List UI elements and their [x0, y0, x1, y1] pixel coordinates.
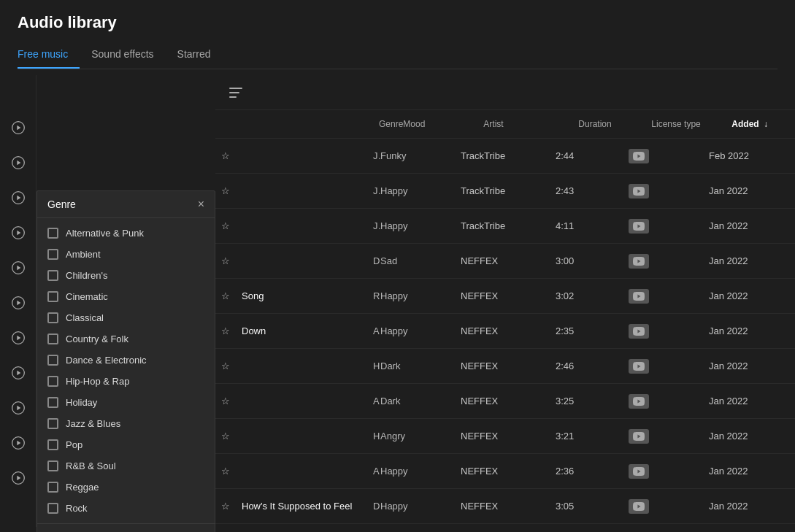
play-btn-2[interactable] — [0, 145, 37, 180]
genre-item-classical[interactable]: Classical — [37, 307, 215, 328]
genre-checkbox-classical[interactable] — [47, 312, 58, 323]
star-button[interactable]: ☆ — [221, 431, 242, 442]
genre-label-alt-punk: Alternative & Punk — [66, 228, 144, 239]
star-button[interactable]: ☆ — [221, 290, 242, 301]
genre-label-jazz-blues: Jazz & Blues — [66, 418, 120, 429]
genre-item-rnb-soul[interactable]: R&B & Soul — [37, 455, 215, 477]
genre-checkbox-ambient[interactable] — [47, 249, 58, 260]
genre-item-pop[interactable]: Pop — [37, 434, 215, 455]
song-genre: Alternative & Pu... — [373, 466, 380, 477]
table-row[interactable]: ☆ Jazz & Blues Funky TrackTribe 2:44 Feb… — [215, 139, 795, 174]
song-artist: TrackTribe — [461, 220, 556, 231]
star-button[interactable]: ☆ — [221, 501, 242, 512]
tab-sound-effects[interactable]: Sound effects — [91, 42, 165, 69]
star-button[interactable]: ☆ — [221, 466, 242, 477]
play-btn-6[interactable] — [0, 285, 37, 320]
table-row[interactable]: ☆ Hip-Hop & Rap Dark NEFFEX 2:46 Jan 202… — [215, 349, 795, 384]
genre-label-rnb-soul: R&B & Soul — [66, 460, 116, 471]
song-artist: NEFFEX — [461, 501, 556, 512]
star-button[interactable]: ☆ — [221, 325, 242, 336]
song-date: Jan 2022 — [709, 220, 789, 231]
genre-item-dance-electronic[interactable]: Dance & Electronic — [37, 350, 215, 371]
genre-checkbox-rnb-soul[interactable] — [47, 460, 58, 471]
th-artist[interactable]: Artist — [483, 119, 578, 129]
star-button[interactable]: ☆ — [221, 361, 242, 371]
genre-checkbox-holiday[interactable] — [47, 397, 58, 408]
play-btn-9[interactable] — [0, 390, 37, 425]
svg-marker-5 — [17, 196, 20, 201]
license-badge — [629, 324, 709, 339]
song-mood: Happy — [380, 466, 461, 477]
svg-marker-13 — [17, 336, 20, 341]
genre-item-holiday[interactable]: Holiday — [37, 392, 215, 413]
genre-item-hip-hop-rap[interactable]: Hip-Hop & Rap — [37, 371, 215, 392]
table-row[interactable]: ☆ Jazz & Blues Happy TrackTribe 4:11 Jan… — [215, 209, 795, 244]
play-btn-1[interactable] — [0, 110, 37, 145]
table-row[interactable]: ☆ Song Rock Happy NEFFEX 3:02 Jan 2022 — [215, 279, 795, 314]
play-btn-3[interactable] — [0, 180, 37, 215]
table-row[interactable]: ☆ How's It Supposed to Feel Dance & Elec… — [215, 489, 795, 524]
th-duration[interactable]: Duration — [578, 119, 651, 129]
genre-checkbox-country-folk[interactable] — [47, 334, 58, 344]
genre-item-ambient[interactable]: Ambient — [37, 244, 215, 265]
star-button[interactable]: ☆ — [221, 255, 242, 266]
genre-item-cinematic[interactable]: Cinematic — [37, 286, 215, 307]
svg-marker-17 — [17, 406, 20, 411]
play-btn-4[interactable] — [0, 215, 37, 250]
genre-panel-footer: APPLY — [37, 523, 215, 532]
svg-rect-22 — [229, 88, 242, 89]
genre-checkbox-hip-hop-rap[interactable] — [47, 376, 58, 387]
star-button[interactable]: ☆ — [221, 150, 242, 161]
tab-free-music[interactable]: Free music — [18, 42, 80, 69]
play-btn-5[interactable] — [0, 250, 37, 285]
genre-checkbox-reggae[interactable] — [47, 482, 58, 493]
play-btn-11[interactable] — [0, 460, 37, 496]
th-license[interactable]: License type — [651, 119, 731, 129]
star-button[interactable]: ☆ — [221, 185, 242, 196]
youtube-icon — [629, 149, 649, 163]
youtube-icon — [629, 324, 649, 339]
genre-checkbox-pop[interactable] — [47, 439, 58, 450]
genre-checkbox-cinematic[interactable] — [47, 291, 58, 302]
genre-item-childrens[interactable]: Children's — [37, 265, 215, 286]
play-btn-7[interactable] — [0, 320, 37, 355]
tab-starred[interactable]: Starred — [177, 42, 223, 69]
table-row[interactable]: ☆ Hip-Hop & Rap Angry NEFFEX 3:21 Jan 20… — [215, 419, 795, 454]
genre-close-button[interactable]: × — [198, 198, 204, 210]
song-mood: Happy — [380, 325, 461, 336]
genre-item-country-folk[interactable]: Country & Folk — [37, 328, 215, 350]
genre-item-jazz-blues[interactable]: Jazz & Blues — [37, 413, 215, 434]
table-row[interactable]: ☆ Dance & Electro... Sad NEFFEX 3:00 Jan… — [215, 244, 795, 279]
song-duration: 4:11 — [556, 220, 629, 231]
genre-checkbox-alt-punk[interactable] — [47, 228, 58, 239]
song-name: Song — [242, 290, 373, 301]
table-row[interactable]: ☆ Alternative & Pu... Happy NEFFEX 2:36 … — [215, 454, 795, 489]
genre-checkbox-jazz-blues[interactable] — [47, 418, 58, 429]
th-added[interactable]: Added ↓ — [731, 119, 795, 129]
star-button[interactable]: ☆ — [221, 220, 242, 231]
genre-panel-header: Genre × — [37, 191, 215, 218]
genre-label-ambient: Ambient — [66, 249, 101, 260]
svg-rect-24 — [229, 96, 237, 98]
song-name: How's It Supposed to Feel — [242, 501, 373, 512]
youtube-icon — [629, 499, 649, 514]
th-mood[interactable]: Mood — [403, 119, 483, 129]
genre-item-reggae[interactable]: Reggae — [37, 477, 215, 498]
table-row[interactable]: ☆ Alternative & Pu... Dark NEFFEX 3:25 J… — [215, 384, 795, 419]
th-genre[interactable]: Genre — [379, 119, 403, 129]
genre-checkbox-childrens[interactable] — [47, 270, 58, 281]
play-btn-10[interactable] — [0, 425, 37, 460]
table-row[interactable]: ☆ Jazz & Blues Happy TrackTribe 2:43 Jan… — [215, 174, 795, 209]
song-date: Jan 2022 — [709, 325, 789, 336]
star-button[interactable]: ☆ — [221, 396, 242, 406]
page-title: Audio library — [18, 13, 777, 32]
genre-item-rock[interactable]: Rock — [37, 498, 215, 519]
table-body: ☆ Jazz & Blues Funky TrackTribe 2:44 Feb… — [215, 139, 795, 524]
filter-icon-btn[interactable] — [224, 81, 247, 104]
play-btn-8[interactable] — [0, 355, 37, 390]
genre-checkbox-rock[interactable] — [47, 503, 58, 514]
table-row[interactable]: ☆ Down Alternative & Pu... Happy NEFFEX … — [215, 314, 795, 349]
genre-checkbox-dance-electronic[interactable] — [47, 355, 58, 366]
genre-item-alt-punk[interactable]: Alternative & Punk — [37, 223, 215, 244]
table-header: Genre Mood Artist Duration License type … — [215, 110, 795, 139]
